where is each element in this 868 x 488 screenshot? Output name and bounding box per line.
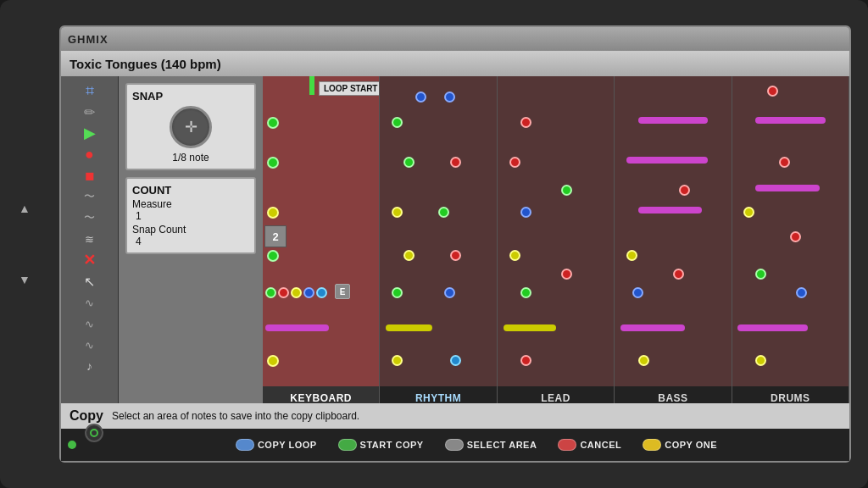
app-title: GHMIX <box>68 33 108 46</box>
side-panel: SNAP ✛ 1/8 note COUNT Measure 1 Snap Cou… <box>119 76 263 410</box>
copy-label: Copy <box>70 408 103 424</box>
note-dot <box>561 269 572 280</box>
tool-squiggle1[interactable]: 〜 <box>77 187 103 206</box>
song-title: Toxic Tongues (140 bpm) <box>70 57 221 71</box>
note-bar-pink7 <box>755 185 820 191</box>
snap-dial[interactable]: ✛ <box>170 106 212 148</box>
copy-one-label: COPY ONE <box>665 440 717 450</box>
note-bar-pink3 <box>626 157 708 164</box>
note-dot <box>444 92 455 103</box>
note-dot <box>267 207 279 219</box>
button-group: COPY LOOP START COPY SELECT AREA CANCEL … <box>236 439 717 451</box>
cancel-button[interactable]: CANCEL <box>558 439 621 451</box>
select-area-label: SELECT AREA <box>467 440 537 450</box>
note-dot <box>520 117 531 128</box>
count-snap-value: 4 <box>136 236 249 247</box>
count-panel: COUNT Measure 1 Snap Count 4 <box>125 177 256 254</box>
tool-play[interactable]: ▶ <box>77 124 103 142</box>
note-dot <box>755 355 766 366</box>
tool-wave2[interactable]: ∿ <box>77 314 103 333</box>
copy-one-button[interactable]: COPY ONE <box>643 439 717 451</box>
note-dot <box>626 250 637 261</box>
note-dot <box>438 207 449 218</box>
note-dot <box>561 185 572 196</box>
edge-nav: ▲ ▼ <box>14 198 35 290</box>
tool-select[interactable]: ⌗ <box>77 81 103 100</box>
note-dot <box>790 231 801 242</box>
note-bar-pink2 <box>638 117 708 124</box>
note-dot <box>392 207 403 218</box>
note-dot <box>673 269 684 280</box>
e-marker: E <box>335 284 350 299</box>
copy-loop-pill <box>236 439 254 451</box>
measure-number: 2 <box>264 225 287 247</box>
tool-record[interactable]: ● <box>77 145 103 164</box>
start-copy-button[interactable]: START COPY <box>338 439 424 451</box>
tool-note[interactable]: ♪ <box>77 357 103 375</box>
copy-loop-button[interactable]: COPY LOOP <box>236 439 317 451</box>
note-grid-area: 2 LOOP START <box>263 76 849 410</box>
note-dot <box>767 86 778 97</box>
tool-wave3[interactable]: ∿ <box>77 336 103 354</box>
start-copy-pill <box>338 439 357 451</box>
note-dot <box>392 287 403 298</box>
note-dot <box>638 355 649 366</box>
grid-col-drums[interactable] <box>732 76 849 386</box>
status-bar: Copy Select an area of notes to save int… <box>61 403 849 429</box>
note-dot <box>392 355 403 366</box>
note-dot <box>679 185 690 196</box>
note-bar-pink6 <box>755 117 825 124</box>
note-bar-pink4 <box>638 207 703 214</box>
tool-wave1[interactable]: ∿ <box>77 293 103 312</box>
tool-cross[interactable]: ✕ <box>77 251 103 269</box>
note-dot <box>267 355 279 367</box>
snap-note-label: 1/8 note <box>132 152 249 164</box>
snap-label: SNAP <box>132 90 249 103</box>
nav-down[interactable]: ▼ <box>14 269 35 290</box>
tool-squiggle3[interactable]: ≋ <box>77 230 103 248</box>
grid-col-rhythm[interactable] <box>380 76 497 386</box>
power-icon <box>90 429 98 437</box>
song-title-bar: Toxic Tongues (140 bpm) <box>61 51 849 76</box>
outer-bezel: GHMIX Toxic Tongues (140 bpm) ⌗ ✏ ▶ ● ◼ … <box>0 0 868 488</box>
count-measure-value: 1 <box>136 210 249 222</box>
count-snap-label: Snap Count <box>132 224 249 236</box>
grid-col-bass[interactable] <box>615 76 732 386</box>
note-bar-yellow <box>386 324 432 331</box>
note-dot <box>779 157 790 168</box>
select-area-button[interactable]: SELECT AREA <box>445 439 537 451</box>
snap-dial-cross: ✛ <box>185 119 198 135</box>
grid-col-lead[interactable] <box>498 76 615 386</box>
note-dot <box>743 207 754 218</box>
green-start-bar <box>309 76 314 95</box>
note-bar-pink5 <box>620 324 685 331</box>
tool-note-red[interactable]: ◼ <box>77 166 103 185</box>
tool-cursor[interactable]: ↖ <box>77 272 103 291</box>
power-button[interactable] <box>85 424 103 442</box>
grid-content: LOOP START <box>263 76 849 386</box>
note-dot <box>415 92 426 103</box>
note-dot <box>755 269 766 280</box>
nav-up[interactable]: ▲ <box>14 198 35 219</box>
note-dot <box>267 250 279 262</box>
select-area-pill <box>445 439 464 451</box>
note-dot <box>403 157 415 168</box>
note-dot <box>403 250 415 261</box>
note-dot <box>509 157 520 168</box>
count-measure-label: Measure <box>132 198 249 210</box>
start-copy-label: START COPY <box>360 440 424 450</box>
count-label: COUNT <box>132 184 249 197</box>
note-bar-pink <box>265 324 330 331</box>
note-dot <box>509 250 520 261</box>
note-dot <box>267 117 279 129</box>
tool-squiggle2[interactable]: 〜 <box>77 208 103 227</box>
note-bar-pink8 <box>737 324 807 331</box>
cancel-pill <box>558 439 576 451</box>
snap-panel: SNAP ✛ 1/8 note <box>125 83 256 170</box>
note-dot <box>450 250 461 261</box>
note-bar-yellow2 <box>504 324 556 331</box>
tool-pencil[interactable]: ✏ <box>77 103 103 121</box>
note-dot <box>520 287 531 298</box>
copy-loop-label: COPY LOOP <box>258 440 317 450</box>
note-dot <box>392 117 403 128</box>
